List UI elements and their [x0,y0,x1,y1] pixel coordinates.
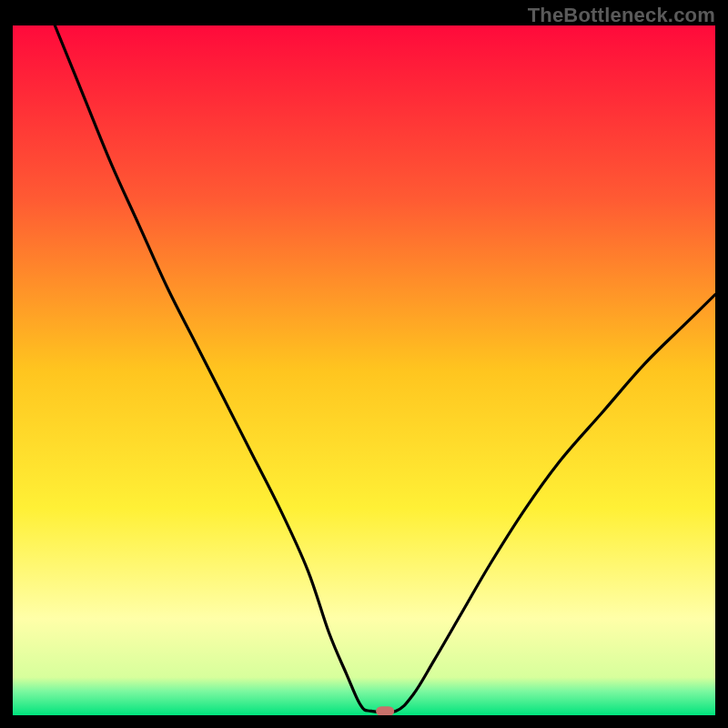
minimum-marker [376,706,394,715]
chart-frame [13,25,715,715]
gradient-background [13,25,715,715]
bottleneck-curve-chart [13,25,715,715]
watermark-text: TheBottleneck.com [528,4,715,27]
